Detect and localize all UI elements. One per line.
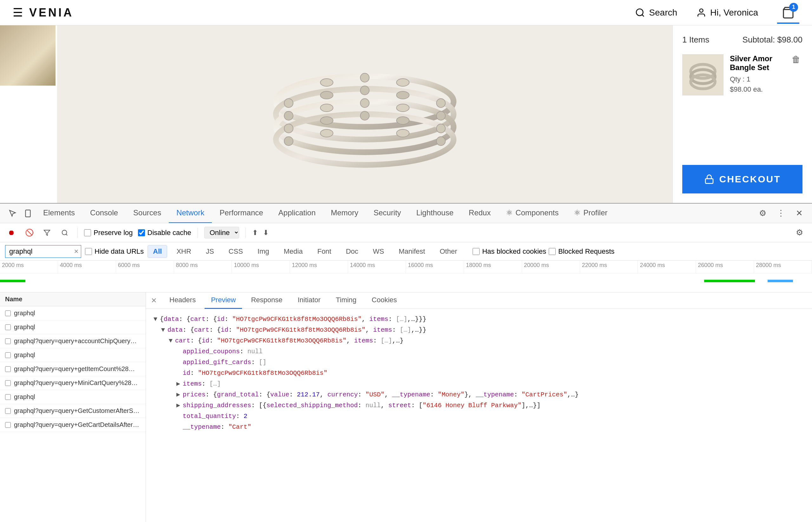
json-root-text: {data: {cart: {id: "HO7tgcPw9CFKG1tk8f8t… [160,314,426,325]
disable-cache-input[interactable] [138,229,145,236]
filter-font-btn[interactable]: Font [312,245,337,258]
network-throttle-select[interactable]: Online [204,227,239,239]
tab-lighthouse[interactable]: Lighthouse [409,204,461,223]
preserve-log-input[interactable] [84,229,91,236]
tab-headers[interactable]: Headers [163,293,202,309]
item-checkbox-3[interactable] [5,338,11,344]
tab-profiler[interactable]: ⚛ Profiler [566,204,615,223]
search-button[interactable]: Search [635,7,677,18]
svg-point-13 [360,86,369,95]
item-checkbox-4[interactable] [5,352,11,358]
tab-components[interactable]: ⚛ Components [498,204,566,223]
search-clear-icon[interactable]: ✕ [74,248,79,255]
devtools-device-icon[interactable] [20,206,36,221]
list-item[interactable]: graphql?query=query+MiniCartQuery%28%24c… [0,376,145,390]
download-har-icon[interactable]: ⬇ [263,229,269,237]
filter-other-btn[interactable]: Other [434,245,462,258]
name-column-header: Name [5,296,22,303]
filter-img-btn[interactable]: Img [252,245,275,258]
json-expand-cart[interactable]: ▼ [169,336,175,346]
tab-sources[interactable]: Sources [125,204,169,223]
item-checkbox-2[interactable] [5,324,11,330]
clear-button[interactable]: 🚫 [23,226,36,239]
svg-point-8 [284,99,293,107]
tab-memory[interactable]: Memory [323,204,366,223]
filter-icon-btn[interactable] [41,226,53,239]
hide-data-urls-input[interactable] [85,248,92,255]
tab-response[interactable]: Response [244,293,289,309]
tab-elements[interactable]: Elements [36,204,82,223]
tab-performance[interactable]: Performance [212,204,271,223]
list-item[interactable]: graphql [0,348,145,362]
json-expand-shipping[interactable]: ▶ [176,400,183,411]
item-name-7: graphql [14,393,140,401]
devtools-settings-icon[interactable]: ⚙ [755,206,770,221]
blocked-requests-checkbox[interactable]: Blocked Requests [549,247,614,256]
filter-ws-btn[interactable]: WS [368,245,390,258]
tab-timing[interactable]: Timing [330,293,363,309]
list-item[interactable]: graphql?query=query+getItemCount%28%24ca… [0,362,145,376]
has-blocked-cookies-input[interactable] [473,248,480,255]
preview-close-icon[interactable]: ✕ [151,297,157,305]
json-expand-data[interactable]: ▼ [161,325,167,336]
cart-header: 1 Items Subtotal: $98.00 [682,35,803,45]
checkout-button[interactable]: CHECKOUT [682,165,803,194]
item-checkbox-8[interactable] [5,408,11,414]
json-expand-root[interactable]: ▼ [154,314,160,325]
hide-data-urls-checkbox[interactable]: Hide data URLs [85,247,144,256]
cart-button[interactable]: 1 [777,2,799,24]
timeline-mark-8: 16000 ms [406,261,464,273]
list-item[interactable]: graphql?query=query+GetCustomerAfterSign… [0,404,145,418]
tab-security[interactable]: Security [366,204,409,223]
item-checkbox-7[interactable] [5,394,11,400]
filter-doc-btn[interactable]: Doc [340,245,363,258]
preserve-log-checkbox[interactable]: Preserve log [84,229,133,237]
list-item[interactable]: graphql [0,390,145,404]
filter-xhr-btn[interactable]: XHR [171,245,196,258]
record-button[interactable]: ⏺ [5,226,18,239]
has-blocked-cookies-checkbox[interactable]: Has blocked cookies [473,247,546,256]
devtools-more-icon[interactable]: ⋮ [773,206,789,221]
devtools-inspect-icon[interactable] [5,206,20,221]
list-item[interactable]: graphql?query=query+GetCartDetailsAfterS… [0,418,145,432]
delete-item-button[interactable]: 🗑 [790,54,803,96]
filter-js-btn[interactable]: JS [200,245,219,258]
tab-console[interactable]: Console [82,204,125,223]
disable-cache-checkbox[interactable]: Disable cache [138,229,191,237]
list-item[interactable]: graphql [0,306,145,320]
filter-css-btn[interactable]: CSS [223,245,249,258]
filter-all-btn[interactable]: All [147,245,167,258]
item-checkbox-6[interactable] [5,380,11,386]
tab-redux[interactable]: Redux [461,204,498,223]
item-checkbox-1[interactable] [5,310,11,316]
list-item[interactable]: graphql?query=query+accountChipQuery%7Bc… [0,334,145,348]
filter-manifest-btn[interactable]: Manifest [393,245,431,258]
devtools-close-icon[interactable]: ✕ [792,206,807,221]
list-item[interactable]: graphql [0,320,145,334]
json-items: items: […] [183,379,221,389]
json-line-root: ▼ {data: {cart: {id: "HO7tgcPw9CFKG1tk8f… [154,314,805,325]
json-expand-prices[interactable]: ▶ [176,389,183,400]
json-typename: __typename: "Cart" [183,422,251,433]
network-search-input[interactable] [5,245,81,258]
tab-preview[interactable]: Preview [204,293,242,309]
item-checkbox-9[interactable] [5,422,11,428]
upload-har-icon[interactable]: ⬆ [252,229,258,237]
tab-application[interactable]: Application [271,204,323,223]
blocked-requests-input[interactable] [549,248,556,255]
tab-network[interactable]: Network [169,204,212,223]
search-network-icon[interactable] [58,226,71,239]
tab-sources-label: Sources [133,208,161,217]
hamburger-menu[interactable]: ☰ [13,6,23,19]
json-expand-items[interactable]: ▶ [176,379,183,389]
tab-initiator[interactable]: Initiator [291,293,327,309]
user-menu[interactable]: Hi, Veronica [696,7,758,18]
network-settings-icon[interactable]: ⚙ [792,225,807,240]
filter-media-btn[interactable]: Media [278,245,308,258]
cart-badge: 1 [789,3,798,12]
thumbnail-1[interactable] [0,25,56,86]
item-name-3: graphql?query=query+accountChipQuery%7Bc… [14,337,140,345]
tab-initiator-label: Initiator [298,296,320,304]
item-checkbox-5[interactable] [5,366,11,372]
tab-cookies[interactable]: Cookies [365,293,403,309]
